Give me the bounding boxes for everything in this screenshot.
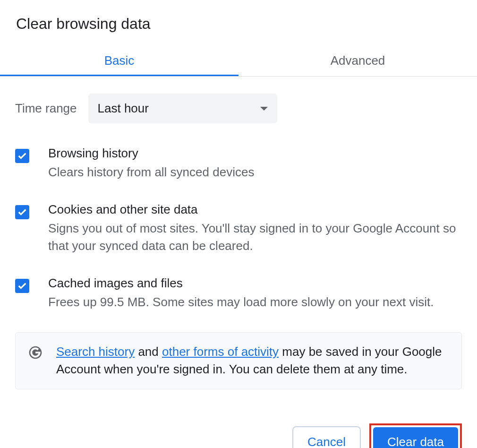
tabs-container: Basic Advanced (0, 46, 477, 77)
option-title: Cached images and files (48, 276, 434, 291)
clear-data-highlight: Clear data (369, 423, 462, 448)
time-range-select[interactable]: Last hour (88, 94, 277, 123)
time-range-value: Last hour (98, 101, 149, 116)
time-range-row: Time range Last hour (15, 94, 462, 123)
info-text: Search history and other forms of activi… (56, 343, 449, 379)
option-cookies: Cookies and other site data Signs you ou… (15, 202, 462, 255)
tab-advanced[interactable]: Advanced (238, 46, 477, 76)
info-box: Search history and other forms of activi… (15, 332, 462, 389)
option-desc: Clears history from all synced devices (48, 164, 254, 181)
option-cache: Cached images and files Frees up 99.5 MB… (15, 276, 462, 311)
chevron-down-icon (260, 107, 268, 111)
info-text-and: and (135, 345, 162, 359)
options-list: Browsing history Clears history from all… (15, 146, 462, 311)
check-icon (17, 207, 27, 217)
option-title: Browsing history (48, 146, 254, 161)
option-browsing-history: Browsing history Clears history from all… (15, 146, 462, 181)
check-icon (17, 151, 27, 161)
option-title: Cookies and other site data (48, 202, 462, 217)
dialog-title: Clear browsing data (16, 15, 462, 33)
link-search-history[interactable]: Search history (56, 345, 135, 359)
time-range-label: Time range (15, 101, 77, 116)
option-desc: Frees up 99.5 MB. Some sites may load mo… (48, 293, 434, 311)
check-icon (17, 281, 27, 291)
link-other-forms[interactable]: other forms of activity (162, 345, 279, 359)
checkbox-cookies[interactable] (15, 205, 29, 219)
checkbox-browsing-history[interactable] (15, 149, 29, 163)
google-icon (28, 345, 43, 360)
cancel-button[interactable]: Cancel (292, 426, 361, 448)
tab-basic[interactable]: Basic (0, 46, 238, 76)
clear-data-button[interactable]: Clear data (373, 427, 458, 448)
option-desc: Signs you out of most sites. You'll stay… (48, 220, 462, 255)
checkbox-cache[interactable] (15, 279, 29, 293)
button-row: Cancel Clear data (15, 423, 462, 448)
